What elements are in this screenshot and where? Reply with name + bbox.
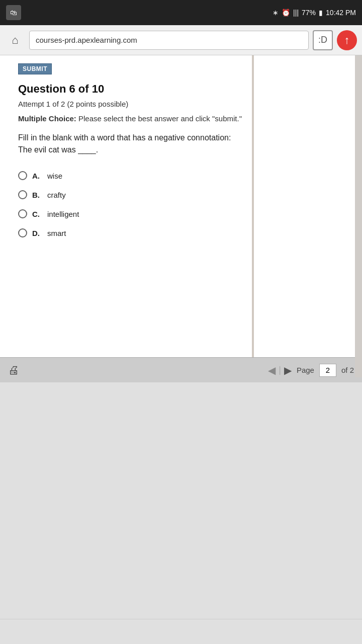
bottom-toolbar: 🖨 ◀ | ▶ Page of 2 [0,357,362,382]
page-input[interactable] [319,364,336,377]
radio-b[interactable] [18,190,27,199]
nav-arrows: ◀ | ▶ [268,364,292,376]
separator: | [279,365,281,375]
attempt-text: Attempt 1 of 2 (2 points possible) [18,100,242,108]
print-icon[interactable]: 🖨 [8,364,19,377]
option-d-text: smart [47,229,66,237]
submit-button[interactable]: SUBMIT [18,63,242,83]
url-text: courses-prd.apexlearning.com [36,36,137,44]
signal-icon: ||| [293,9,299,17]
radio-c[interactable] [18,209,27,218]
bottom-nav [0,619,362,644]
tab-button[interactable]: :D [313,30,333,50]
option-c[interactable]: C. intelligent [18,204,242,223]
option-c-text: intelligent [47,210,79,218]
time-text: 10:42 PM [326,9,356,17]
prev-arrow[interactable]: ◀ [268,364,276,376]
upload-button[interactable]: ↑ [337,30,357,50]
option-b-letter: B. [32,191,42,199]
option-a-letter: A. [32,172,42,180]
instruction-rest: Please select the best answer and click … [76,114,242,123]
tab-icon: :D [318,35,327,45]
page-label: Page [297,366,314,374]
question-title: Question 6 of 10 [18,83,242,96]
alarm-icon: ⏰ [282,9,290,17]
option-d[interactable]: D. smart [18,223,242,243]
gray-area [0,382,362,619]
main-content: SUBMIT Question 6 of 10 Attempt 1 of 2 (… [0,55,362,357]
bluetooth-icon: ∗ [273,9,279,17]
scroll-track[interactable] [355,55,362,377]
radio-d[interactable] [18,228,27,237]
browser-bar: ⌂ courses-prd.apexlearning.com :D ↑ [0,25,362,55]
battery-icon: ▮ [319,9,323,17]
page-of: of 2 [341,366,354,374]
status-right: ∗ ⏰ ||| 77% ▮ 10:42 PM [273,9,356,17]
upload-icon: ↑ [344,34,350,47]
option-b[interactable]: B. crafty [18,185,242,204]
options-list: A. wise B. crafty C. intelligent D. smar… [18,166,242,243]
battery-text: 77% [302,9,316,17]
status-left: 🛍 [6,5,21,20]
instruction-bold: Multiple Choice: [18,114,76,123]
instruction-text: Multiple Choice: Please select the best … [18,113,242,124]
status-bar: 🛍 ∗ ⏰ ||| 77% ▮ 10:42 PM [0,0,362,25]
next-arrow[interactable]: ▶ [284,364,292,376]
option-b-text: crafty [47,191,66,199]
radio-a[interactable] [18,171,27,180]
home-button[interactable]: ⌂ [5,30,25,50]
option-a[interactable]: A. wise [18,166,242,185]
submit-label[interactable]: SUBMIT [18,63,52,74]
question-body: Fill in the blank with a word that has a… [18,132,242,156]
quiz-container: SUBMIT Question 6 of 10 Attempt 1 of 2 (… [0,55,254,357]
url-bar[interactable]: courses-prd.apexlearning.com [29,31,309,50]
app-icon: 🛍 [6,5,21,20]
option-c-letter: C. [32,210,42,218]
option-d-letter: D. [32,229,42,237]
option-a-text: wise [47,172,62,180]
